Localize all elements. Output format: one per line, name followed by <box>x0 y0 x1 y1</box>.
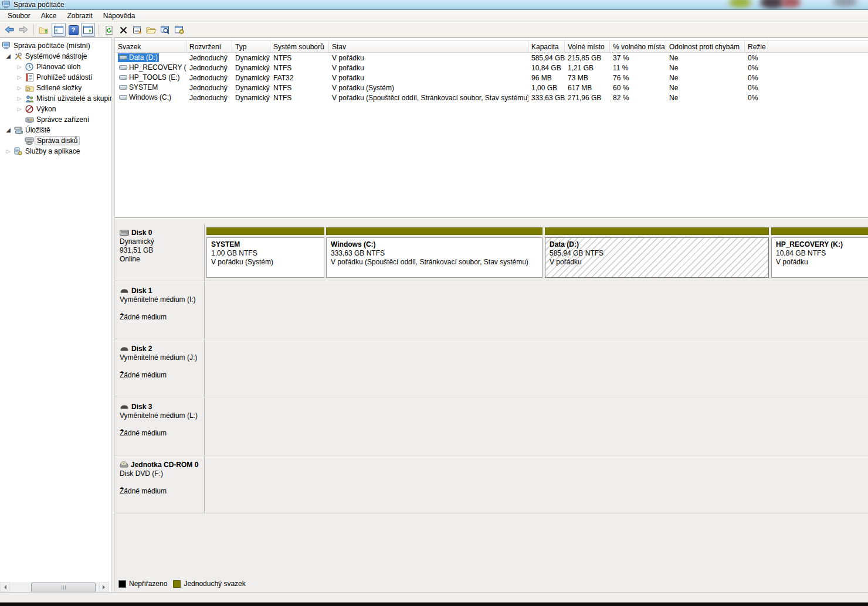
up-one-level-button[interactable] <box>38 23 50 36</box>
partition-system[interactable]: SYSTEM 1,00 GB NTFS V pořádku (Systém) <box>206 224 324 281</box>
console-tree: Správa počítače (místní) ◢ Systémové nás… <box>0 40 111 156</box>
show-hide-action-pane-button[interactable] <box>81 23 95 37</box>
expander-expanded-icon[interactable]: ◢ <box>4 125 13 135</box>
tree-item-task-scheduler[interactable]: ▷ Plánovač úloh <box>0 62 111 72</box>
up-folder-icon <box>39 26 49 35</box>
partition-data-d-selected[interactable]: Data (D:) 585,94 GB NTFS V pořádku <box>545 224 769 281</box>
delete-button[interactable] <box>117 23 130 36</box>
open-folder-icon <box>146 26 157 34</box>
refresh-button[interactable] <box>103 23 116 36</box>
tree-item-local-users-groups[interactable]: ▷ Místní uživatelé a skupiny <box>0 93 111 104</box>
cdrom-0-area[interactable] <box>205 456 868 513</box>
disk-graphical-view: Disk 0 Dynamický 931,51 GB Online SYSTEM… <box>115 217 868 592</box>
tree-item-label: Místní uživatelé a skupiny <box>35 94 111 103</box>
tree-item-services-applications[interactable]: ▷ Služby a aplikace <box>0 146 111 156</box>
column-header-stav[interactable]: Stav <box>329 41 528 52</box>
tree-item-computer-management[interactable]: Správa počítače (místní) <box>0 40 111 51</box>
volume-row-data-d[interactable]: Data (D:) Jednoduchý Dynamický NTFS V po… <box>115 53 868 63</box>
partition-hp-recovery[interactable]: HP_RECOVERY (K:) 10,84 GB NTFS V pořádku <box>771 224 868 281</box>
cdrom-0-info[interactable]: Jednotka CD-ROM 0 Disk DVD (F:) Žádné mé… <box>115 456 205 513</box>
column-header-odolnost[interactable]: Odolnost proti chybám <box>666 41 745 52</box>
volume-row-hp-recovery[interactable]: HP_RECOVERY (K:) Jednoduchý Dynamický NT… <box>115 63 868 73</box>
disk-1-partitions[interactable] <box>205 282 868 339</box>
title-bar[interactable]: Správa počítače <box>0 0 868 10</box>
expander-collapsed-icon[interactable]: ▷ <box>15 72 24 83</box>
scroll-right-arrow[interactable] <box>99 582 109 592</box>
expander-collapsed-icon[interactable]: ▷ <box>15 62 24 72</box>
action-pane-icon <box>83 26 93 34</box>
volume-list: Data (D:) Jednoduchý Dynamický NTFS V po… <box>115 53 868 103</box>
disk-0-info[interactable]: Disk 0 Dynamický 931,51 GB Online <box>115 224 205 281</box>
find-button[interactable] <box>159 23 172 36</box>
help-button[interactable]: ? <box>67 23 80 36</box>
menu-zobrazit[interactable]: Zobrazit <box>62 11 97 21</box>
disk-3-info[interactable]: Disk 3 Vyměnitelné médium (L:) Žádné méd… <box>115 398 205 455</box>
window-title: Správa počítače <box>13 1 65 9</box>
column-header-system-souboru[interactable]: Systém souborů <box>270 41 329 52</box>
forward-icon <box>18 25 29 35</box>
volume-row-hp-tools[interactable]: HP_TOOLS (E:) Jednoduchý Dynamický FAT32… <box>115 73 868 83</box>
tree-item-system-tools[interactable]: ◢ Systémové nástroje <box>0 51 111 62</box>
scrollbar-thumb[interactable] <box>31 583 96 592</box>
forward-button[interactable] <box>17 23 30 36</box>
event-viewer-icon <box>24 73 35 81</box>
disk-drive-icon <box>120 230 129 236</box>
tree-item-storage[interactable]: ◢ Úložiště <box>0 125 111 135</box>
simple-volume-color-strip <box>545 227 769 235</box>
partition-windows-c[interactable]: Windows (C:) 333,63 GB NTFS V pořádku (S… <box>326 224 542 281</box>
open-button[interactable] <box>145 23 158 36</box>
menu-napoveda[interactable]: Nápověda <box>98 11 141 21</box>
volume-icon <box>119 64 127 70</box>
tree-item-label: Úložiště <box>23 125 52 135</box>
disk-2-partitions[interactable] <box>205 340 868 397</box>
expander-collapsed-icon[interactable]: ▷ <box>15 93 24 104</box>
disk-legend: Nepřiřazeno Jednoduchý svazek <box>118 580 246 588</box>
column-header-svazek[interactable]: Svazek <box>115 41 187 52</box>
customize-button[interactable] <box>173 23 186 36</box>
tree-item-event-viewer[interactable]: ▷ Prohlížeč událostí <box>0 72 111 83</box>
column-header-pct-volneho-mista[interactable]: % volného místa <box>610 41 666 52</box>
volume-icon <box>119 55 127 60</box>
menu-akce[interactable]: Akce <box>36 11 62 21</box>
legend-simple-volume: Jednoduchý svazek <box>173 580 245 588</box>
simple-volume-color-strip <box>326 227 542 235</box>
properties-button[interactable] <box>131 23 144 36</box>
tree-item-device-manager[interactable]: Správce zařízení <box>0 114 111 125</box>
menu-soubor[interactable]: Soubor <box>2 11 36 21</box>
simple-volume-color-swatch <box>173 580 181 588</box>
tree-item-performance[interactable]: ▷ Výkon <box>0 104 111 114</box>
tree-item-disk-management[interactable]: Správa disků <box>0 135 111 146</box>
tree-item-shared-folders[interactable]: ▷ 23 Sdílené složky <box>0 83 111 93</box>
volume-row-system[interactable]: SYSTEM Jednoduchý Dynamický NTFS V pořád… <box>115 83 868 93</box>
column-header-volne-misto[interactable]: Volné místo <box>565 41 610 52</box>
expander-collapsed-icon[interactable]: ▷ <box>4 146 13 156</box>
volume-name-selected[interactable]: Data (D:) <box>118 53 159 62</box>
column-header-typ[interactable]: Typ <box>232 41 270 52</box>
tree-horizontal-scrollbar[interactable] <box>0 582 109 592</box>
scrollbar-track[interactable] <box>10 582 99 592</box>
tree-item-label: Správce zařízení <box>35 115 91 124</box>
volume-icon <box>119 84 127 90</box>
magnifier-icon <box>161 26 170 35</box>
expander-collapsed-icon[interactable]: ▷ <box>15 104 24 114</box>
back-button[interactable] <box>3 23 16 36</box>
app-icon[interactable] <box>2 1 11 9</box>
expander-collapsed-icon[interactable]: ▷ <box>15 83 24 93</box>
disk-1-info[interactable]: Disk 1 Vyměnitelné médium (I:) Žádné méd… <box>115 282 205 339</box>
disk-2-info[interactable]: Disk 2 Vyměnitelné médium (J:) Žádné méd… <box>115 340 205 397</box>
device-manager-icon <box>24 116 35 124</box>
tree-item-label: Služby a aplikace <box>23 147 82 156</box>
show-hide-console-tree-button[interactable] <box>52 23 66 37</box>
column-header-rezie[interactable]: Režie <box>745 41 768 52</box>
scroll-left-arrow[interactable] <box>0 582 10 592</box>
volume-row-windows-c[interactable]: Windows (C:) Jednoduchý Dynamický NTFS V… <box>115 93 868 103</box>
back-icon <box>4 25 15 35</box>
disk-3-partitions[interactable] <box>205 398 868 455</box>
expander-expanded-icon[interactable]: ◢ <box>4 51 13 62</box>
tree-item-label: Prohlížeč událostí <box>35 73 94 82</box>
column-header-rozvrzeni[interactable]: Rozvržení <box>187 41 232 52</box>
aero-blur-decoration <box>781 0 801 8</box>
column-header-kapacita[interactable]: Kapacita <box>528 41 565 52</box>
shared-folders-icon: 23 <box>24 84 35 92</box>
disk-row-3: Disk 3 Vyměnitelné médium (L:) Žádné méd… <box>115 398 868 455</box>
